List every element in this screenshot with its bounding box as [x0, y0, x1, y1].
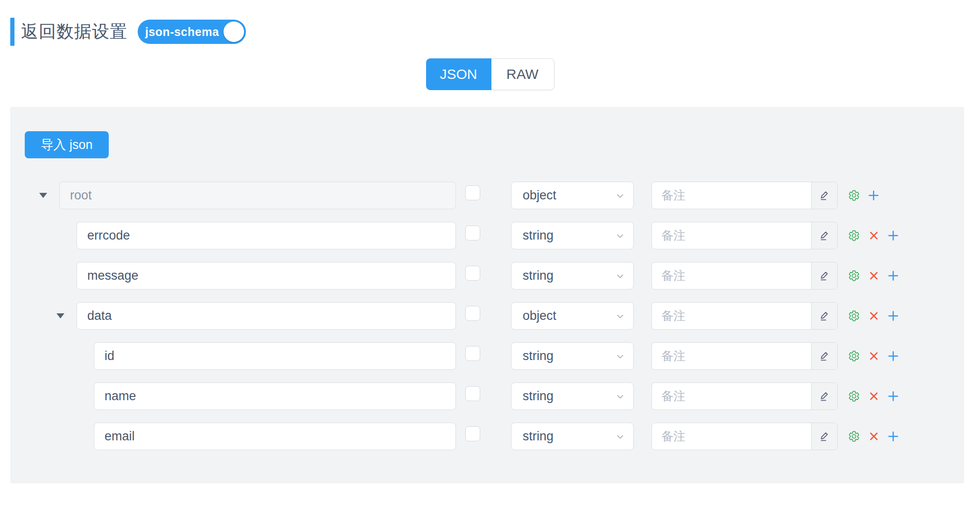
schema-row: object — [10, 182, 899, 209]
edit-pencil-icon — [819, 230, 831, 242]
comment-field-group — [651, 222, 838, 249]
add-field-icon[interactable] — [887, 350, 899, 362]
comment-input[interactable] — [652, 343, 811, 369]
edit-pencil-icon — [819, 190, 831, 202]
schema-row: string — [10, 382, 899, 410]
comment-input[interactable] — [652, 303, 811, 329]
add-field-icon[interactable] — [887, 431, 899, 443]
type-select-value: string — [523, 228, 553, 243]
add-field-icon[interactable] — [887, 390, 899, 403]
settings-icon[interactable] — [848, 230, 860, 242]
import-json-button[interactable]: 导入 json — [25, 131, 109, 158]
collapse-caret-icon[interactable] — [35, 193, 51, 198]
comment-input[interactable] — [652, 383, 811, 410]
page-header: 返回数据设置 json-schema — [10, 18, 980, 46]
field-name-input[interactable] — [77, 222, 456, 249]
comment-input[interactable] — [652, 262, 811, 289]
tab-raw[interactable]: RAW — [491, 58, 554, 90]
type-select-value: object — [523, 309, 556, 323]
required-checkbox[interactable] — [465, 346, 480, 361]
type-select[interactable]: object — [511, 302, 634, 330]
comment-field-group — [651, 262, 838, 290]
field-name-input[interactable] — [94, 423, 456, 450]
required-checkbox[interactable] — [465, 426, 480, 441]
settings-icon[interactable] — [848, 431, 860, 443]
delete-field-icon[interactable] — [868, 390, 880, 403]
schema-row: string — [10, 262, 899, 290]
comment-field-group — [651, 342, 838, 370]
type-select[interactable]: string — [511, 222, 634, 249]
schema-editor-panel: 导入 json object — [10, 107, 964, 483]
required-checkbox[interactable] — [465, 386, 480, 401]
edit-comment-button[interactable] — [811, 222, 837, 249]
edit-pencil-icon — [819, 270, 831, 282]
edit-comment-button[interactable] — [811, 423, 837, 450]
add-field-icon[interactable] — [868, 190, 880, 202]
type-select[interactable]: string — [511, 382, 634, 410]
type-select[interactable]: string — [511, 423, 634, 450]
row-actions — [848, 390, 899, 403]
settings-icon[interactable] — [848, 270, 860, 282]
delete-field-icon[interactable] — [868, 350, 880, 362]
field-name-input[interactable] — [77, 262, 456, 290]
add-field-icon[interactable] — [887, 270, 899, 282]
schema-row: string — [10, 342, 899, 370]
edit-comment-button[interactable] — [811, 262, 837, 289]
settings-icon[interactable] — [848, 190, 860, 202]
row-actions — [848, 270, 899, 282]
settings-icon[interactable] — [848, 390, 860, 403]
chevron-down-icon — [615, 230, 626, 241]
chevron-down-icon — [615, 190, 626, 201]
row-actions — [848, 310, 899, 322]
toggle-knob — [224, 21, 244, 42]
add-field-icon[interactable] — [887, 310, 899, 322]
field-name-input[interactable] — [94, 342, 456, 370]
comment-field-group — [651, 182, 838, 209]
comment-field-group — [651, 302, 838, 330]
delete-field-icon[interactable] — [868, 270, 880, 282]
required-checkbox[interactable] — [465, 306, 480, 321]
comment-input[interactable] — [652, 182, 811, 209]
row-actions — [848, 431, 899, 443]
delete-field-icon[interactable] — [868, 431, 880, 443]
edit-comment-button[interactable] — [811, 182, 837, 209]
type-select-value: string — [523, 429, 553, 444]
edit-pencil-icon — [819, 431, 831, 443]
type-select-value: object — [523, 188, 556, 203]
chevron-down-icon — [615, 351, 626, 362]
delete-field-icon[interactable] — [868, 230, 880, 242]
delete-field-icon[interactable] — [868, 310, 880, 322]
comment-input[interactable] — [652, 222, 811, 249]
schema-rows: object — [10, 182, 899, 450]
type-select[interactable]: object — [511, 182, 634, 209]
chevron-down-icon — [615, 431, 626, 442]
json-schema-toggle[interactable]: json-schema — [138, 20, 246, 44]
type-select-value: string — [523, 389, 553, 403]
edit-pencil-icon — [819, 310, 831, 322]
add-field-icon[interactable] — [887, 230, 899, 242]
chevron-down-icon — [615, 311, 626, 322]
edit-comment-button[interactable] — [811, 303, 837, 329]
edit-comment-button[interactable] — [811, 383, 837, 410]
settings-icon[interactable] — [848, 350, 860, 362]
field-name-input[interactable] — [59, 182, 456, 209]
required-checkbox[interactable] — [465, 185, 480, 200]
edit-comment-button[interactable] — [811, 343, 837, 369]
schema-row: string — [10, 222, 899, 249]
type-select[interactable]: string — [511, 262, 634, 290]
type-select[interactable]: string — [511, 342, 634, 370]
comment-field-group — [651, 423, 838, 450]
comment-input[interactable] — [652, 423, 811, 450]
row-actions — [848, 350, 899, 362]
collapse-caret-icon[interactable] — [52, 313, 69, 318]
tab-json[interactable]: JSON — [426, 58, 491, 90]
field-name-input[interactable] — [77, 302, 456, 330]
field-name-input[interactable] — [94, 382, 456, 410]
required-checkbox[interactable] — [465, 266, 480, 281]
type-select-value: string — [523, 269, 553, 283]
required-checkbox[interactable] — [465, 226, 480, 240]
chevron-down-icon — [615, 270, 626, 282]
view-switch: JSON RAW — [0, 58, 980, 90]
schema-row: string — [10, 423, 899, 450]
settings-icon[interactable] — [848, 310, 860, 322]
